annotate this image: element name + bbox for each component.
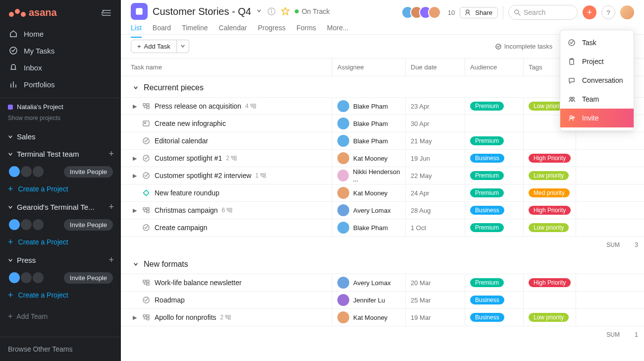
- invite-people-button[interactable]: Invite People: [64, 166, 113, 178]
- due-date: 25 Mar: [405, 292, 465, 309]
- task-row[interactable]: New feature roundupKat Mooney24 AprPremi…: [121, 184, 644, 201]
- nav-my-tasks[interactable]: My Tasks: [0, 42, 121, 59]
- task-type-icon: [142, 119, 151, 128]
- tab-calendar[interactable]: Calendar: [219, 21, 247, 38]
- add-team[interactable]: +Add Team: [0, 303, 121, 330]
- tab-timeline[interactable]: Timeline: [182, 21, 208, 38]
- browse-other-teams[interactable]: Browse Other Teams: [0, 337, 121, 361]
- nav-portfolios[interactable]: Portfolios: [0, 76, 121, 93]
- add-task-dropdown[interactable]: [177, 40, 189, 53]
- show-more-projects[interactable]: Show more projects: [0, 113, 121, 127]
- assignee-avatar: [337, 100, 349, 112]
- create-project[interactable]: +Create a Project: [0, 287, 121, 303]
- section-sum: SUM1: [121, 326, 644, 343]
- svg-point-28: [145, 122, 146, 124]
- star-icon[interactable]: [281, 7, 290, 16]
- task-row[interactable]: ▶Customer spotlight #2 interview1 Nikki …: [121, 167, 644, 184]
- team-members: Invite People: [0, 162, 121, 181]
- global-add-button[interactable]: +: [583, 5, 596, 19]
- svg-rect-55: [228, 318, 230, 319]
- create-project[interactable]: +Create a Project: [0, 234, 121, 250]
- task-row[interactable]: Work-life balance newsletterAvery Lomax2…: [121, 274, 644, 291]
- team-header[interactable]: Terminal Test team+: [0, 144, 121, 162]
- task-row[interactable]: RoadmapJennifer Lu25 MarBusiness: [121, 291, 644, 308]
- svg-rect-39: [143, 208, 146, 210]
- task-row[interactable]: ▶Customer spotlight #12 Kat Mooney19 Jun…: [121, 149, 644, 167]
- section-header[interactable]: New formats: [121, 253, 644, 274]
- invite-people-button[interactable]: Invite People: [64, 272, 113, 284]
- svg-rect-37: [264, 176, 266, 178]
- tab-board[interactable]: Board: [153, 21, 171, 38]
- project-menu-chevron-icon[interactable]: [256, 8, 262, 15]
- clipboard-icon: [567, 57, 576, 66]
- subtask-count: 2: [220, 314, 231, 321]
- search-input[interactable]: Search: [508, 5, 578, 20]
- task-row[interactable]: ▶Christmas campaign6 Avery Lomax28 AugBu…: [121, 201, 644, 219]
- team-header[interactable]: Press+: [0, 250, 121, 268]
- priority-pill: High Priority: [529, 206, 571, 215]
- assignee-name: Nikki Henderson ...: [353, 168, 405, 183]
- team-icon: [567, 95, 576, 104]
- invite-people-button[interactable]: Invite People: [64, 219, 113, 231]
- assignee-name: Blake Pham: [353, 137, 388, 145]
- team-sales[interactable]: Sales: [0, 127, 121, 144]
- help-button[interactable]: ?: [601, 5, 615, 19]
- due-date: 23 Apr: [405, 98, 465, 115]
- priority-pill: Low priority: [529, 313, 569, 322]
- tab-more[interactable]: More...: [327, 21, 349, 38]
- info-icon[interactable]: [267, 7, 276, 16]
- project-status[interactable]: On Track: [295, 7, 330, 15]
- section-sum: SUM3: [121, 236, 644, 253]
- add-menu-conversation[interactable]: Conversation: [560, 71, 634, 90]
- incomplete-filter[interactable]: Incomplete tasks: [495, 43, 553, 50]
- subtask-count: 6: [222, 207, 233, 214]
- svg-point-61: [570, 116, 573, 119]
- add-menu-project[interactable]: Project: [560, 52, 634, 71]
- project-item[interactable]: Natalia's Project: [0, 101, 121, 113]
- member-avatars[interactable]: [401, 6, 441, 19]
- add-menu-task[interactable]: Task: [560, 33, 634, 52]
- project-icon: [131, 3, 148, 20]
- collapse-sidebar-icon[interactable]: [100, 8, 113, 18]
- user-avatar[interactable]: [620, 5, 634, 19]
- svg-marker-13: [281, 7, 289, 15]
- assignee-name: Blake Pham: [353, 224, 388, 232]
- create-project[interactable]: +Create a Project: [0, 181, 121, 197]
- svg-rect-25: [254, 104, 256, 106]
- assignee-avatar: [337, 170, 349, 181]
- audience-pill: Premium: [470, 102, 504, 111]
- tab-forms[interactable]: Forms: [296, 21, 316, 38]
- assignee-name: Kat Mooney: [353, 189, 387, 197]
- svg-rect-38: [143, 190, 149, 195]
- assignee-name: Blake Pham: [353, 120, 388, 127]
- tab-list[interactable]: List: [131, 21, 142, 38]
- task-row[interactable]: Editorial calendarBlake Pham21 MayPremiu…: [121, 132, 644, 149]
- nav-home[interactable]: Home: [0, 25, 121, 42]
- share-button[interactable]: Share: [460, 7, 498, 18]
- team-add-icon[interactable]: +: [108, 255, 114, 265]
- team-add-icon[interactable]: +: [108, 202, 114, 212]
- assignee-avatar: [337, 152, 349, 164]
- sidebar: asana Home My Tasks Inbox Portfolios Nat…: [0, 0, 121, 361]
- bar-chart-icon: [9, 80, 18, 89]
- assignee-avatar: [337, 311, 349, 323]
- add-task-button[interactable]: +Add Task: [131, 40, 177, 53]
- status-dot-icon: [295, 9, 299, 13]
- team-add-icon[interactable]: +: [108, 149, 114, 159]
- team-header[interactable]: Gearoid's Terminal Te...+: [0, 197, 121, 215]
- chat-icon: [567, 76, 576, 85]
- nav-inbox[interactable]: Inbox: [0, 59, 121, 76]
- audience-pill: Premium: [470, 136, 504, 145]
- audience-pill: Business: [470, 206, 504, 215]
- audience-pill: Premium: [470, 171, 504, 180]
- audience-pill: Premium: [470, 278, 504, 287]
- task-row[interactable]: Create campaignBlake Pham1 OctPremiumLow…: [121, 219, 644, 236]
- add-menu-invite[interactable]: Invite: [560, 109, 634, 127]
- task-row[interactable]: ▶Apollo for nonprofits2 Kat Mooney19 Mar…: [121, 308, 644, 326]
- task-type-icon: [142, 171, 151, 180]
- logo[interactable]: asana: [9, 7, 57, 18]
- add-menu-team[interactable]: Team: [560, 90, 634, 109]
- due-date: 30 Apr: [405, 115, 465, 132]
- task-type-icon: [142, 206, 151, 215]
- tab-progress[interactable]: Progress: [258, 21, 285, 38]
